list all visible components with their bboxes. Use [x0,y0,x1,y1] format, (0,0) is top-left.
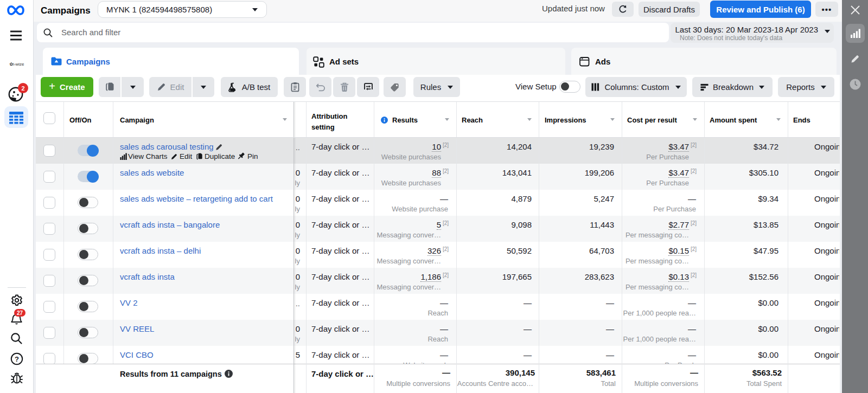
svg-text:?: ? [15,355,19,363]
